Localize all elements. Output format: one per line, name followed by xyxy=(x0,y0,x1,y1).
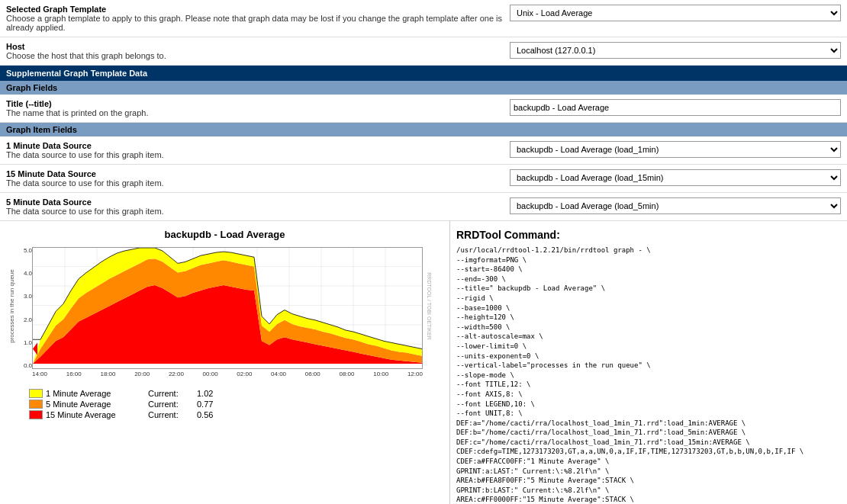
title-label-col: Title (--title) The name that is printed… xyxy=(6,99,510,117)
y-axis-label: processes in the run queue xyxy=(8,269,15,343)
legend: 1 Minute Average Current: 1.02 5 Minute … xyxy=(6,389,443,419)
supplemental-section-header: Supplemental Graph Template Data xyxy=(0,66,847,81)
legend-swatch-0 xyxy=(29,389,43,398)
fifteenmin-field-name: 15 Minute Data Source xyxy=(6,169,510,178)
legend-label-0: 1 Minute Average xyxy=(46,389,145,398)
y-tick-3: 3.0 xyxy=(17,293,32,300)
chart-svg xyxy=(33,248,422,368)
host-input-col: Localhost (127.0.0.1) xyxy=(510,42,841,59)
fifteenmin-field-desc: The data source to use for this graph it… xyxy=(6,178,510,188)
graph-chart-title: backupdb - Load Average xyxy=(6,229,443,240)
fivemin-row: 5 Minute Data Source The data source to … xyxy=(0,193,847,221)
legend-swatch-1 xyxy=(29,400,43,409)
x-tick-4: 22:00 xyxy=(169,371,184,384)
y-ticks: 0.0 1.0 2.0 3.0 4.0 5.0 xyxy=(17,247,32,369)
template-label-col: Selected Graph Template Choose a graph t… xyxy=(6,5,510,32)
title-field-name: Title (--title) xyxy=(6,99,510,108)
legend-row-0: 1 Minute Average Current: 1.02 xyxy=(29,389,443,398)
legend-swatch-2 xyxy=(29,410,43,419)
fifteenmin-row: 15 Minute Data Source The data source to… xyxy=(0,165,847,193)
x-tick-7: 04:00 xyxy=(271,371,286,384)
legend-value-0: 1.02 xyxy=(197,389,213,398)
x-tick-10: 10:00 xyxy=(373,371,388,384)
x-tick-11: 12:00 xyxy=(407,371,423,384)
fivemin-field-name: 5 Minute Data Source xyxy=(6,197,510,207)
rrd-panel: RRDTool Command: /usr/local/rrdtool-1.2.… xyxy=(450,221,847,504)
y-tick-1: 1.0 xyxy=(17,339,32,346)
legend-row-1: 5 Minute Average Current: 0.77 xyxy=(29,400,443,409)
legend-row-2: 15 Minute Average Current: 0.56 xyxy=(29,410,443,419)
legend-label-2: 15 Minute Average xyxy=(46,410,145,419)
x-tick-9: 08:00 xyxy=(339,371,354,384)
template-row: Selected Graph Template Choose a graph t… xyxy=(0,0,847,37)
onemin-input-col: backupdb - Load Average (load_1min) xyxy=(510,141,841,158)
template-field-name: Selected Graph Template xyxy=(6,5,510,14)
template-input-col: Unix - Load Average xyxy=(510,5,841,21)
chart-wrapper: processes in the run queue 0.0 1.0 2.0 3… xyxy=(6,243,433,384)
host-field-desc: Choose the host that this graph belongs … xyxy=(6,51,510,60)
host-row: Host Choose the host that this graph bel… xyxy=(0,37,847,66)
fivemin-field-desc: The data source to use for this graph it… xyxy=(6,207,510,216)
x-tick-3: 20:00 xyxy=(134,371,150,384)
bottom-area: backupdb - Load Average processes in the… xyxy=(0,221,847,504)
proto-label-container: RRDTOOL / TOBI OETIKER xyxy=(424,243,433,369)
fivemin-label-col: 5 Minute Data Source The data source to … xyxy=(6,197,510,216)
host-label-col: Host Choose the host that this graph bel… xyxy=(6,42,510,60)
host-field-name: Host xyxy=(6,42,510,51)
title-row: Title (--title) The name that is printed… xyxy=(0,95,847,123)
fivemin-input-col: backupdb - Load Average (load_5min) xyxy=(510,197,841,214)
graph-item-fields-header: Graph Item Fields xyxy=(0,123,847,136)
onemin-row: 1 Minute Data Source The data source to … xyxy=(0,136,847,165)
fifteenmin-label-col: 15 Minute Data Source The data source to… xyxy=(6,169,510,188)
proto-label: RRDTOOL / TOBI OETIKER xyxy=(427,272,432,339)
x-tick-6: 02:00 xyxy=(237,371,252,384)
graph-panel: backupdb - Load Average processes in the… xyxy=(0,221,450,504)
legend-stat-2: Current: xyxy=(148,410,194,419)
x-tick-8: 06:00 xyxy=(305,371,320,384)
template-field-desc: Choose a graph template to apply to this… xyxy=(6,14,510,32)
svg-marker-19 xyxy=(33,342,37,355)
fifteenmin-input-col: backupdb - Load Average (load_15min) xyxy=(510,169,841,186)
x-tick-1: 16:00 xyxy=(66,371,82,384)
onemin-field-name: 1 Minute Data Source xyxy=(6,141,510,150)
y-tick-2: 2.0 xyxy=(17,316,32,323)
onemin-field-desc: The data source to use for this graph it… xyxy=(6,150,510,159)
legend-label-1: 5 Minute Average xyxy=(46,400,145,409)
legend-value-2: 0.56 xyxy=(197,410,213,419)
graph-fields-header: Graph Fields xyxy=(0,81,847,95)
chart-area xyxy=(32,247,423,369)
rrd-title: RRDTool Command: xyxy=(456,229,841,241)
title-input-col xyxy=(510,99,841,116)
onemin-select[interactable]: backupdb - Load Average (load_1min) xyxy=(510,141,841,158)
fifteenmin-select[interactable]: backupdb - Load Average (load_15min) xyxy=(510,169,841,186)
rrd-command: /usr/local/rrdtool-1.2.21/bin/rrdtool gr… xyxy=(456,246,841,504)
title-field-desc: The name that is printed on the graph. xyxy=(6,108,510,117)
x-tick-5: 00:00 xyxy=(203,371,218,384)
y-tick-0: 0.0 xyxy=(17,362,32,369)
legend-stat-1: Current: xyxy=(148,400,194,409)
template-select[interactable]: Unix - Load Average xyxy=(510,5,841,21)
y-tick-4: 4.0 xyxy=(17,270,32,277)
x-axis: 14:00 16:00 18:00 20:00 22:00 00:00 02:0… xyxy=(32,371,423,384)
legend-value-1: 0.77 xyxy=(197,400,213,409)
x-tick-2: 18:00 xyxy=(100,371,115,384)
host-select[interactable]: Localhost (127.0.0.1) xyxy=(510,42,841,59)
legend-stat-0: Current: xyxy=(148,389,194,398)
fivemin-select[interactable]: backupdb - Load Average (load_5min) xyxy=(510,197,841,214)
y-tick-5: 5.0 xyxy=(17,247,32,254)
y-axis-label-container: processes in the run queue xyxy=(6,243,17,369)
title-input[interactable] xyxy=(510,99,841,116)
onemin-label-col: 1 Minute Data Source The data source to … xyxy=(6,141,510,159)
x-tick-0: 14:00 xyxy=(32,371,47,384)
